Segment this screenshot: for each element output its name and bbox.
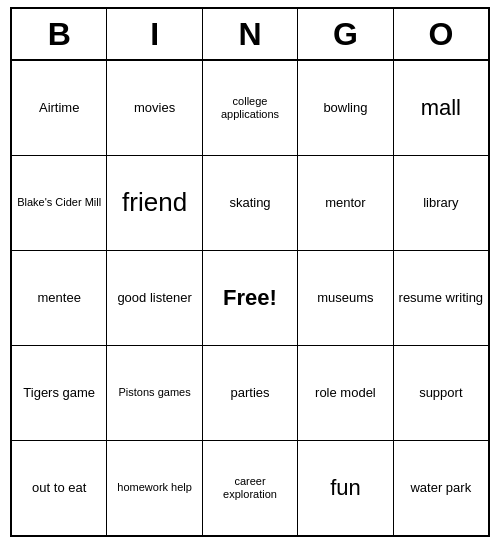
cell-0-0: Airtime (12, 61, 107, 155)
row-2: menteegood listenerFree!museumsresume wr… (12, 251, 488, 346)
header-B: B (12, 9, 107, 59)
cell-4-1: homework help (107, 441, 202, 535)
bingo-header: BINGO (12, 9, 488, 61)
header-N: N (203, 9, 298, 59)
cell-0-3: bowling (298, 61, 393, 155)
cell-1-2: skating (203, 156, 298, 250)
cell-1-3: mentor (298, 156, 393, 250)
row-0: Airtimemoviescollege applicationsbowling… (12, 61, 488, 156)
row-3: Tigers gamePistons gamespartiesrole mode… (12, 346, 488, 441)
header-O: O (394, 9, 488, 59)
cell-2-2: Free! (203, 251, 298, 345)
cell-0-2: college applications (203, 61, 298, 155)
cell-1-0: Blake's Cider Mill (12, 156, 107, 250)
cell-3-0: Tigers game (12, 346, 107, 440)
bingo-grid: Airtimemoviescollege applicationsbowling… (12, 61, 488, 535)
cell-4-2: career exploration (203, 441, 298, 535)
header-G: G (298, 9, 393, 59)
cell-4-4: water park (394, 441, 488, 535)
cell-1-1: friend (107, 156, 202, 250)
header-I: I (107, 9, 202, 59)
cell-0-4: mall (394, 61, 488, 155)
cell-4-3: fun (298, 441, 393, 535)
cell-3-1: Pistons games (107, 346, 202, 440)
row-4: out to eathomework helpcareer exploratio… (12, 441, 488, 535)
cell-3-4: support (394, 346, 488, 440)
cell-2-0: mentee (12, 251, 107, 345)
cell-3-2: parties (203, 346, 298, 440)
cell-4-0: out to eat (12, 441, 107, 535)
cell-1-4: library (394, 156, 488, 250)
cell-2-1: good listener (107, 251, 202, 345)
cell-2-3: museums (298, 251, 393, 345)
bingo-card: BINGO Airtimemoviescollege applicationsb… (10, 7, 490, 537)
cell-3-3: role model (298, 346, 393, 440)
cell-0-1: movies (107, 61, 202, 155)
row-1: Blake's Cider Millfriendskatingmentorlib… (12, 156, 488, 251)
cell-2-4: resume writing (394, 251, 488, 345)
